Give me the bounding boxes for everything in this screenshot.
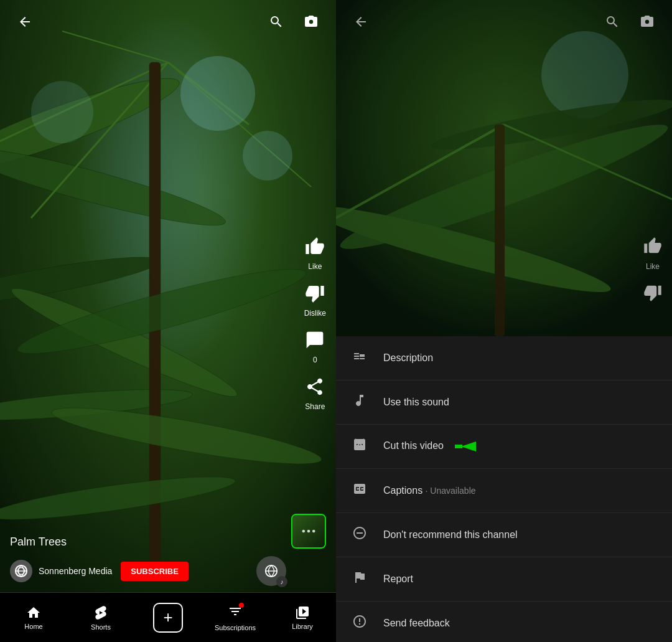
right-like-label: Like	[646, 262, 660, 271]
menu-item-send-feedback[interactable]: Send feedback	[336, 602, 672, 642]
globe-button[interactable]: ♪	[256, 556, 286, 586]
svg-point-19	[307, 530, 310, 533]
bottom-navigation: Home Shorts + Subscriptions	[0, 592, 336, 642]
comments-count: 0	[313, 356, 317, 364]
svg-rect-36	[455, 445, 462, 448]
nav-home-label: Home	[24, 623, 42, 630]
subscriptions-icon-container	[228, 604, 243, 621]
menu-item-captions[interactable]: Captions · Unavailable	[336, 469, 672, 513]
left-panel: Like Dislike 0 Share	[0, 0, 336, 642]
dont-recommend-icon	[351, 526, 368, 544]
svg-marker-35	[461, 441, 476, 451]
right-search-button[interactable]	[600, 9, 625, 34]
svg-rect-32	[495, 125, 505, 336]
green-arrow-icon	[455, 440, 476, 453]
right-dislike-button[interactable]	[643, 283, 662, 306]
report-icon	[351, 570, 368, 588]
channel-row: Sonnenberg Media SUBSCRIBE ♪	[10, 556, 286, 586]
captions-icon	[351, 481, 368, 500]
send-feedback-label: Send feedback	[383, 618, 450, 629]
more-button-container	[291, 514, 326, 549]
channel-name: Sonnenberg Media	[39, 566, 112, 576]
right-back-button[interactable]	[348, 9, 373, 34]
dislike-button[interactable]: Dislike	[304, 283, 326, 318]
nav-library[interactable]: Library	[269, 605, 336, 630]
left-header	[0, 0, 336, 44]
subscribe-button[interactable]: SUBSCRIBE	[121, 562, 189, 581]
like-label: Like	[308, 262, 322, 271]
camera-button[interactable]	[299, 9, 324, 34]
nav-subscriptions-label: Subscriptions	[215, 624, 256, 631]
search-button[interactable]	[264, 9, 289, 34]
svg-point-15	[180, 56, 255, 131]
menu-item-description[interactable]: Description	[336, 336, 672, 380]
right-camera-button[interactable]	[635, 9, 660, 34]
nav-shorts[interactable]: Shorts	[67, 605, 134, 631]
nav-home[interactable]: Home	[0, 605, 67, 630]
nav-library-label: Library	[292, 623, 313, 630]
nav-add[interactable]: +	[134, 603, 202, 633]
add-button[interactable]: +	[153, 603, 183, 633]
svg-point-18	[302, 530, 306, 533]
back-button[interactable]	[12, 9, 37, 34]
dont-recommend-label: Don't recommend this channel	[383, 529, 518, 541]
menu-item-use-sound[interactable]: Use this sound	[336, 380, 672, 425]
send-feedback-icon	[351, 614, 368, 633]
nav-shorts-label: Shorts	[91, 623, 111, 631]
notification-dot	[239, 603, 244, 608]
captions-label: Captions · Unavailable	[383, 485, 476, 496]
right-like-button[interactable]: Like	[643, 237, 662, 271]
video-title: Palm Trees	[10, 536, 286, 549]
share-label: Share	[305, 402, 325, 411]
description-label: Description	[383, 352, 433, 364]
dislike-label: Dislike	[304, 309, 326, 318]
music-badge: ♪	[276, 576, 287, 587]
video-info: Palm Trees Sonnenberg Media SUBSCRIBE	[10, 536, 286, 586]
right-video-actions: Like	[643, 237, 662, 306]
menu-item-report[interactable]: Report	[336, 557, 672, 602]
right-video-area: Like	[336, 0, 672, 336]
context-menu: Description Use this sound Cut this vid	[336, 336, 672, 642]
right-header-actions	[600, 9, 660, 34]
cut-video-label: Cut this video	[383, 440, 476, 453]
cut-video-icon	[351, 437, 368, 456]
svg-point-17	[31, 81, 93, 143]
description-icon	[351, 349, 368, 367]
nav-subscriptions[interactable]: Subscriptions	[202, 604, 269, 631]
svg-point-20	[312, 530, 315, 533]
channel-avatar	[10, 560, 32, 582]
report-label: Report	[383, 574, 413, 585]
more-options-button[interactable]	[291, 514, 326, 549]
header-right-actions	[264, 9, 324, 34]
like-button[interactable]: Like	[305, 237, 325, 271]
comments-button[interactable]: 0	[305, 330, 325, 364]
svg-point-16	[243, 131, 292, 181]
menu-item-cut-video[interactable]: Cut this video	[336, 425, 672, 469]
use-sound-label: Use this sound	[383, 397, 449, 408]
right-panel: Like Description	[336, 0, 672, 642]
right-palm-visual	[336, 0, 672, 336]
share-button[interactable]: Share	[305, 377, 325, 411]
menu-item-dont-recommend[interactable]: Don't recommend this channel	[336, 513, 672, 557]
use-sound-icon	[351, 393, 368, 412]
right-header	[336, 0, 672, 44]
video-actions: Like Dislike 0 Share	[304, 237, 326, 411]
